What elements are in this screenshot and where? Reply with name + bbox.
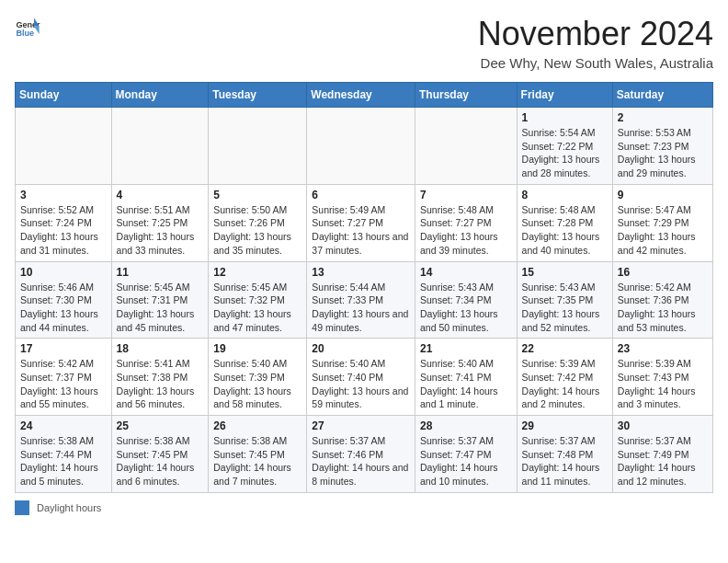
day-info: Sunrise: 5:51 AMSunset: 7:25 PMDaylight:… [117, 203, 204, 258]
day-number: 19 [213, 342, 301, 355]
day-number: 6 [312, 189, 410, 201]
calendar-week-4: 17Sunrise: 5:42 AMSunset: 7:37 PMDayligh… [16, 339, 713, 416]
calendar-header: SundayMondayTuesdayWednesdayThursdayFrid… [16, 83, 713, 108]
calendar-cell: 4Sunrise: 5:51 AMSunset: 7:25 PMDaylight… [111, 184, 209, 261]
calendar-table: SundayMondayTuesdayWednesdayThursdayFrid… [15, 82, 713, 493]
day-number: 9 [618, 189, 708, 201]
calendar-cell: 21Sunrise: 5:40 AMSunset: 7:41 PMDayligh… [415, 339, 517, 416]
calendar-cell: 12Sunrise: 5:45 AMSunset: 7:32 PMDayligh… [209, 261, 307, 339]
calendar-cell: 28Sunrise: 5:37 AMSunset: 7:47 PMDayligh… [415, 416, 517, 493]
weekday-header-sunday: Sunday [16, 83, 112, 108]
day-info: Sunrise: 5:43 AMSunset: 7:35 PMDaylight:… [522, 281, 608, 335]
day-number: 30 [618, 419, 708, 432]
day-info: Sunrise: 5:42 AMSunset: 7:36 PMDaylight:… [618, 281, 708, 335]
day-number: 22 [522, 342, 608, 355]
calendar-cell: 8Sunrise: 5:48 AMSunset: 7:28 PMDaylight… [517, 184, 612, 261]
calendar-cell: 5Sunrise: 5:50 AMSunset: 7:26 PMDaylight… [209, 184, 307, 261]
calendar-cell [307, 108, 415, 185]
weekday-header-friday: Friday [517, 83, 612, 108]
day-info: Sunrise: 5:38 AMSunset: 7:45 PMDaylight:… [213, 434, 301, 488]
weekday-header-thursday: Thursday [415, 83, 517, 108]
daylight-label: Daylight hours [37, 502, 101, 513]
calendar-cell: 24Sunrise: 5:38 AMSunset: 7:44 PMDayligh… [16, 416, 112, 493]
calendar-cell: 9Sunrise: 5:47 AMSunset: 7:29 PMDaylight… [612, 184, 712, 261]
title-area: November 2024 Dee Why, New South Wales, … [478, 15, 713, 71]
day-info: Sunrise: 5:39 AMSunset: 7:43 PMDaylight:… [618, 357, 708, 411]
calendar-cell: 20Sunrise: 5:40 AMSunset: 7:40 PMDayligh… [307, 339, 415, 416]
day-number: 14 [420, 266, 512, 279]
day-number: 8 [522, 189, 608, 201]
weekday-header-monday: Monday [111, 83, 209, 108]
month-title: November 2024 [478, 15, 713, 53]
calendar-cell [209, 108, 307, 185]
footer-note: Daylight hours [15, 500, 713, 515]
calendar-cell: 18Sunrise: 5:41 AMSunset: 7:38 PMDayligh… [111, 339, 209, 416]
day-info: Sunrise: 5:54 AMSunset: 7:22 PMDaylight:… [522, 126, 608, 180]
weekday-header-wednesday: Wednesday [307, 83, 415, 108]
calendar-cell: 1Sunrise: 5:54 AMSunset: 7:22 PMDaylight… [517, 108, 612, 185]
day-info: Sunrise: 5:37 AMSunset: 7:46 PMDaylight:… [312, 434, 410, 488]
calendar-cell: 27Sunrise: 5:37 AMSunset: 7:46 PMDayligh… [307, 416, 415, 493]
day-info: Sunrise: 5:48 AMSunset: 7:28 PMDaylight:… [522, 203, 608, 258]
day-info: Sunrise: 5:42 AMSunset: 7:37 PMDaylight:… [20, 357, 107, 411]
calendar-cell: 29Sunrise: 5:37 AMSunset: 7:48 PMDayligh… [517, 416, 612, 493]
calendar-cell: 23Sunrise: 5:39 AMSunset: 7:43 PMDayligh… [612, 339, 712, 416]
calendar-cell: 6Sunrise: 5:49 AMSunset: 7:27 PMDaylight… [307, 184, 415, 261]
day-info: Sunrise: 5:44 AMSunset: 7:33 PMDaylight:… [312, 281, 410, 335]
day-info: Sunrise: 5:39 AMSunset: 7:42 PMDaylight:… [522, 357, 608, 411]
calendar-cell: 7Sunrise: 5:48 AMSunset: 7:27 PMDaylight… [415, 184, 517, 261]
calendar-cell: 14Sunrise: 5:43 AMSunset: 7:34 PMDayligh… [415, 261, 517, 339]
weekday-header-tuesday: Tuesday [209, 83, 307, 108]
day-info: Sunrise: 5:53 AMSunset: 7:23 PMDaylight:… [618, 126, 708, 180]
day-number: 26 [213, 419, 301, 432]
day-info: Sunrise: 5:40 AMSunset: 7:39 PMDaylight:… [213, 357, 301, 411]
logo-icon: General Blue [15, 15, 40, 40]
day-info: Sunrise: 5:45 AMSunset: 7:31 PMDaylight:… [117, 281, 204, 335]
day-info: Sunrise: 5:41 AMSunset: 7:38 PMDaylight:… [117, 357, 204, 411]
calendar-cell: 10Sunrise: 5:46 AMSunset: 7:30 PMDayligh… [16, 261, 112, 339]
calendar-cell: 19Sunrise: 5:40 AMSunset: 7:39 PMDayligh… [209, 339, 307, 416]
day-info: Sunrise: 5:38 AMSunset: 7:45 PMDaylight:… [117, 434, 204, 488]
day-number: 29 [522, 419, 608, 432]
day-info: Sunrise: 5:52 AMSunset: 7:24 PMDaylight:… [20, 203, 107, 258]
calendar-cell: 13Sunrise: 5:44 AMSunset: 7:33 PMDayligh… [307, 261, 415, 339]
day-number: 24 [20, 419, 107, 432]
day-number: 25 [117, 419, 204, 432]
calendar-cell [415, 108, 517, 185]
calendar-cell: 2Sunrise: 5:53 AMSunset: 7:23 PMDaylight… [612, 108, 712, 185]
day-number: 15 [522, 266, 608, 279]
calendar-cell [16, 108, 112, 185]
calendar-week-1: 1Sunrise: 5:54 AMSunset: 7:22 PMDaylight… [16, 108, 713, 185]
day-number: 13 [312, 266, 410, 279]
day-number: 12 [213, 266, 301, 279]
day-number: 27 [312, 419, 410, 432]
day-number: 3 [20, 189, 107, 201]
calendar-cell: 25Sunrise: 5:38 AMSunset: 7:45 PMDayligh… [111, 416, 209, 493]
logo: General Blue [15, 15, 40, 40]
day-number: 28 [420, 419, 512, 432]
day-number: 21 [420, 342, 512, 355]
calendar-cell: 22Sunrise: 5:39 AMSunset: 7:42 PMDayligh… [517, 339, 612, 416]
day-number: 10 [20, 266, 107, 279]
daylight-swatch [15, 500, 29, 515]
day-info: Sunrise: 5:37 AMSunset: 7:48 PMDaylight:… [522, 434, 608, 488]
day-number: 1 [522, 111, 608, 124]
day-info: Sunrise: 5:50 AMSunset: 7:26 PMDaylight:… [213, 203, 301, 258]
day-number: 2 [618, 111, 708, 124]
day-info: Sunrise: 5:48 AMSunset: 7:27 PMDaylight:… [420, 203, 512, 258]
day-number: 17 [20, 342, 107, 355]
calendar-cell: 30Sunrise: 5:37 AMSunset: 7:49 PMDayligh… [612, 416, 712, 493]
calendar-week-2: 3Sunrise: 5:52 AMSunset: 7:24 PMDaylight… [16, 184, 713, 261]
day-info: Sunrise: 5:37 AMSunset: 7:49 PMDaylight:… [618, 434, 708, 488]
calendar-cell: 17Sunrise: 5:42 AMSunset: 7:37 PMDayligh… [16, 339, 112, 416]
day-number: 23 [618, 342, 708, 355]
location-title: Dee Why, New South Wales, Australia [478, 55, 713, 71]
calendar-week-5: 24Sunrise: 5:38 AMSunset: 7:44 PMDayligh… [16, 416, 713, 493]
svg-marker-3 [34, 27, 40, 34]
day-number: 4 [117, 189, 204, 201]
weekday-header-saturday: Saturday [612, 83, 712, 108]
day-info: Sunrise: 5:45 AMSunset: 7:32 PMDaylight:… [213, 281, 301, 335]
day-info: Sunrise: 5:40 AMSunset: 7:40 PMDaylight:… [312, 357, 410, 411]
day-number: 5 [213, 189, 301, 201]
day-number: 11 [117, 266, 204, 279]
